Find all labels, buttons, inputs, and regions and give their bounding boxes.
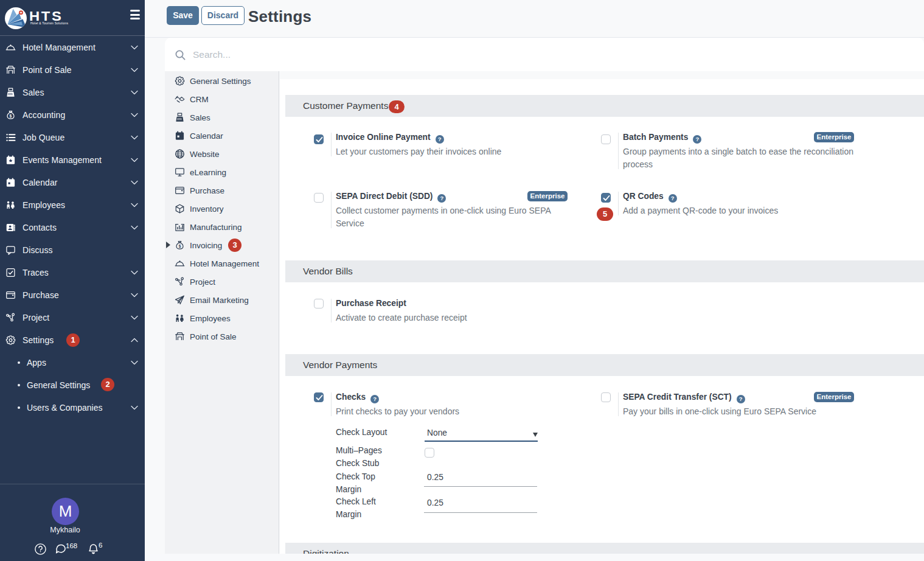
svg-text:$: $: [179, 244, 181, 249]
svg-text:$: $: [10, 114, 12, 119]
